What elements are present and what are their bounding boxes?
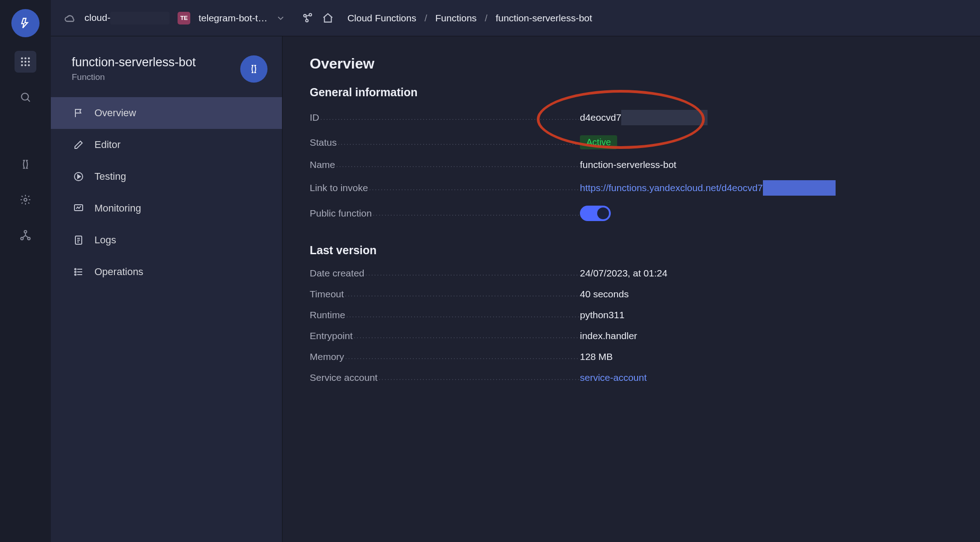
row-memory: Memory 128 MB (310, 351, 953, 362)
runtime-value: python311 (580, 310, 624, 320)
timeout-label: Timeout (310, 289, 344, 299)
svg-point-9 (21, 93, 28, 100)
row-date: Date created 24/07/2023, at 01:24 (310, 268, 953, 279)
entrypoint-value: index.handler (580, 330, 637, 341)
cloud-selector[interactable]: cloud- (84, 12, 169, 25)
breadcrumb-separator: / (485, 13, 488, 24)
row-id: ID d4eocvd7 (310, 110, 953, 125)
public-toggle[interactable] (580, 206, 611, 221)
name-label: Name (310, 159, 335, 170)
sidebar-item-monitoring[interactable]: Monitoring (51, 192, 282, 224)
breadcrumb-current: function-serverless-bot (495, 13, 592, 24)
invoke-link-redacted (763, 180, 836, 196)
cloud-icon (64, 12, 76, 25)
sidebar-item-editor[interactable]: Editor (51, 129, 282, 161)
breadcrumb-separator: / (425, 13, 427, 24)
sidebar-item-label: Monitoring (94, 202, 141, 214)
row-service-account: Service account service-account (310, 372, 953, 383)
date-label: Date created (310, 268, 364, 278)
row-entrypoint: Entrypoint index.handler (310, 330, 953, 341)
svg-point-5 (28, 61, 30, 63)
svg-point-20 (75, 269, 76, 270)
entrypoint-label: Entrypoint (310, 330, 353, 341)
network-icon[interactable] (15, 224, 36, 246)
id-value-redacted (621, 110, 708, 125)
gear-icon[interactable] (15, 189, 36, 211)
resource-title: function-serverless-bot (72, 55, 232, 69)
id-value: d4eocvd7 (580, 112, 621, 123)
sidebar-item-operations[interactable]: Operations (51, 256, 282, 288)
sidebar-item-label: Logs (94, 234, 116, 246)
link-label: Link to invoke (310, 182, 368, 193)
svg-point-16 (306, 19, 308, 21)
status-badge: Active (580, 135, 617, 149)
resource-type: Function (72, 72, 232, 82)
row-name: Name function-serverless-bot (310, 159, 953, 170)
name-value: function-serverless-bot (580, 159, 676, 170)
svg-point-3 (21, 61, 23, 63)
resources-icon[interactable] (302, 12, 314, 24)
play-icon (72, 171, 85, 182)
sidebar-item-logs[interactable]: Logs (51, 224, 282, 256)
resource-sidebar: function-serverless-bot Function Overvie… (51, 36, 282, 542)
public-label: Public function (310, 208, 372, 218)
svg-point-14 (304, 14, 306, 16)
svg-point-22 (75, 274, 76, 276)
timeout-value: 40 seconds (580, 289, 629, 300)
sidebar-item-overview[interactable]: Overview (51, 97, 282, 129)
row-status: Status Active (310, 135, 953, 149)
sidebar-item-label: Overview (94, 107, 136, 119)
svg-point-0 (21, 57, 23, 59)
list-icon (72, 266, 85, 277)
sidebar-item-label: Operations (94, 266, 144, 278)
main-content: Overview General information ID d4eocvd7… (282, 36, 980, 542)
top-breadcrumb-bar: cloud- TE telegram-bot-t… Cloud Function… (51, 0, 980, 36)
breadcrumb-section[interactable]: Functions (436, 13, 477, 24)
svg-point-10 (24, 198, 27, 202)
svg-point-21 (75, 271, 76, 273)
folder-selector[interactable]: telegram-bot-t… (198, 13, 267, 24)
edit-icon (72, 139, 85, 150)
cloud-name-redacted (110, 12, 169, 25)
icon-rail (0, 0, 51, 542)
row-timeout: Timeout 40 seconds (310, 289, 953, 300)
sidebar-item-testing[interactable]: Testing (51, 161, 282, 192)
page-title: Overview (310, 55, 953, 72)
svg-point-1 (25, 57, 26, 59)
runtime-label: Runtime (310, 310, 345, 320)
memory-label: Memory (310, 351, 344, 362)
svg-point-4 (25, 61, 26, 63)
svg-point-11 (24, 231, 26, 233)
folder-badge: TE (178, 12, 190, 25)
status-label: Status (310, 137, 337, 148)
svg-point-2 (28, 57, 30, 59)
search-icon[interactable] (15, 86, 36, 108)
invoke-link[interactable]: https://functions.yandexcloud.net/d4eocv… (580, 182, 763, 193)
svg-point-6 (21, 64, 23, 66)
chevron-down-icon[interactable] (276, 13, 286, 23)
product-logo-icon[interactable] (11, 9, 40, 37)
function-badge-icon (240, 55, 267, 83)
svg-point-7 (25, 64, 26, 66)
logs-icon (72, 235, 85, 246)
row-runtime: Runtime python311 (310, 310, 953, 320)
svg-point-8 (28, 64, 30, 66)
flag-icon (72, 108, 85, 118)
home-icon[interactable] (322, 12, 334, 24)
service-account-link[interactable]: service-account (580, 372, 647, 383)
last-version-heading: Last version (310, 244, 953, 257)
cloud-name: cloud- (84, 12, 110, 22)
general-info-heading: General information (310, 86, 953, 99)
sa-label: Service account (310, 372, 377, 383)
id-label: ID (310, 112, 319, 123)
svg-point-12 (21, 237, 23, 240)
monitor-icon (72, 203, 85, 214)
apps-grid-icon[interactable] (15, 51, 36, 73)
sidebar-item-label: Testing (94, 171, 126, 182)
svg-point-15 (309, 13, 312, 15)
svg-point-13 (28, 237, 30, 240)
functions-icon[interactable] (15, 153, 36, 175)
breadcrumb-service[interactable]: Cloud Functions (347, 13, 416, 24)
date-value: 24/07/2023, at 01:24 (580, 268, 668, 279)
memory-value: 128 MB (580, 351, 613, 362)
